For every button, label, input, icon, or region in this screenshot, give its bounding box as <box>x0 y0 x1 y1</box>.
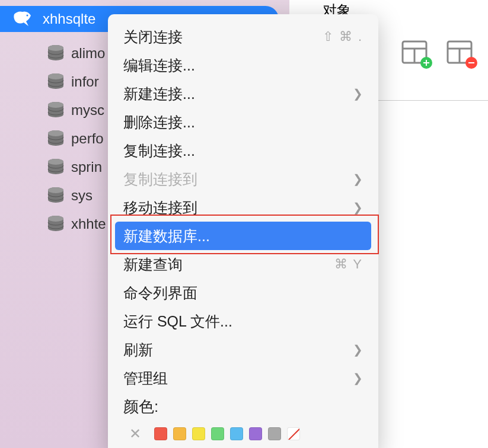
color-swatch[interactable] <box>268 427 281 440</box>
keyboard-shortcut: ⇧ ⌘ . <box>323 29 363 44</box>
toolbar-actions <box>401 40 475 66</box>
database-name: infor <box>71 73 99 90</box>
database-icon <box>46 73 65 91</box>
menu-item: 复制连接到❯ <box>115 165 371 193</box>
menu-item[interactable]: 管理组❯ <box>115 364 371 392</box>
chevron-right-icon: ❯ <box>353 172 363 186</box>
plus-badge-icon <box>420 57 432 69</box>
connection-name: xhhsqlte <box>43 11 95 27</box>
clear-color-icon[interactable]: ✕ <box>129 425 141 442</box>
no-color-swatch[interactable] <box>287 427 300 440</box>
chevron-right-icon: ❯ <box>353 343 363 357</box>
menu-item-label: 新建查询 <box>123 255 183 274</box>
color-swatch[interactable] <box>230 427 243 440</box>
svg-point-10 <box>48 73 63 79</box>
database-name: sprin <box>71 159 102 175</box>
context-menu: 关闭连接⇧ ⌘ .编辑连接...新建连接...❯删除连接...复制连接...复制… <box>108 14 378 448</box>
menu-item-label: 新建数据库... <box>123 226 210 246</box>
menu-item[interactable]: 运行 SQL 文件... <box>115 307 371 335</box>
svg-point-6 <box>27 15 28 17</box>
menu-item[interactable]: 删除连接... <box>115 108 371 136</box>
menu-item[interactable]: 移动连接到❯ <box>115 193 371 222</box>
svg-point-18 <box>48 187 63 193</box>
menu-item[interactable]: 刷新❯ <box>115 335 371 364</box>
color-label-row: 颜色: <box>115 392 371 421</box>
color-swatch[interactable] <box>154 427 167 440</box>
svg-point-8 <box>48 45 63 51</box>
menu-item[interactable]: 命令列界面 <box>115 279 371 307</box>
menu-item[interactable]: 新建数据库... <box>115 222 371 250</box>
create-table-button[interactable] <box>401 40 430 66</box>
database-icon <box>46 215 65 233</box>
keyboard-shortcut: ⌘ Y <box>334 257 363 272</box>
menu-item-label: 编辑连接... <box>123 56 195 75</box>
color-swatch[interactable] <box>192 427 205 440</box>
color-swatch[interactable] <box>211 427 224 440</box>
svg-point-16 <box>48 159 63 165</box>
menu-item-label: 关闭连接 <box>123 27 183 47</box>
chevron-right-icon: ❯ <box>353 200 363 215</box>
menu-item-label: 管理组 <box>123 369 168 388</box>
menu-item[interactable]: 关闭连接⇧ ⌘ . <box>115 23 371 51</box>
menu-item-label: 新建连接... <box>123 84 195 104</box>
menu-item-label: 复制连接到 <box>123 169 197 189</box>
database-icon <box>46 187 65 204</box>
database-icon <box>46 101 65 119</box>
svg-point-14 <box>48 130 63 136</box>
menu-item[interactable]: 新建连接...❯ <box>115 79 371 108</box>
menu-item-label: 运行 SQL 文件... <box>123 312 232 331</box>
database-icon <box>46 130 65 148</box>
menu-item-label: 删除连接... <box>123 113 195 132</box>
svg-point-20 <box>48 216 63 222</box>
minus-badge-icon <box>465 57 477 69</box>
menu-item[interactable]: 复制连接... <box>115 136 371 165</box>
database-name: perfo <box>71 130 104 147</box>
menu-item-label: 命令列界面 <box>123 283 197 303</box>
menu-item[interactable]: 新建查询⌘ Y <box>115 250 371 279</box>
svg-point-12 <box>48 102 63 108</box>
color-label: 颜色: <box>123 396 158 417</box>
database-name: sys <box>71 187 93 204</box>
color-swatch[interactable] <box>249 427 262 440</box>
color-swatches: ✕ <box>115 421 371 447</box>
navicat-bird-icon <box>12 9 33 28</box>
delete-table-button[interactable] <box>446 40 475 66</box>
chevron-right-icon: ❯ <box>353 371 363 385</box>
chevron-right-icon: ❯ <box>353 87 363 101</box>
menu-item-label: 移动连接到 <box>123 198 197 217</box>
color-swatch[interactable] <box>173 427 186 440</box>
menu-item[interactable]: 编辑连接... <box>115 51 371 79</box>
database-name: xhhte <box>71 216 106 232</box>
menu-item-label: 复制连接... <box>123 141 195 161</box>
menu-item-label: 刷新 <box>123 340 153 360</box>
database-name: mysc <box>71 102 104 119</box>
database-name: alimo <box>71 45 105 62</box>
database-icon <box>46 158 65 176</box>
database-icon <box>46 44 65 62</box>
